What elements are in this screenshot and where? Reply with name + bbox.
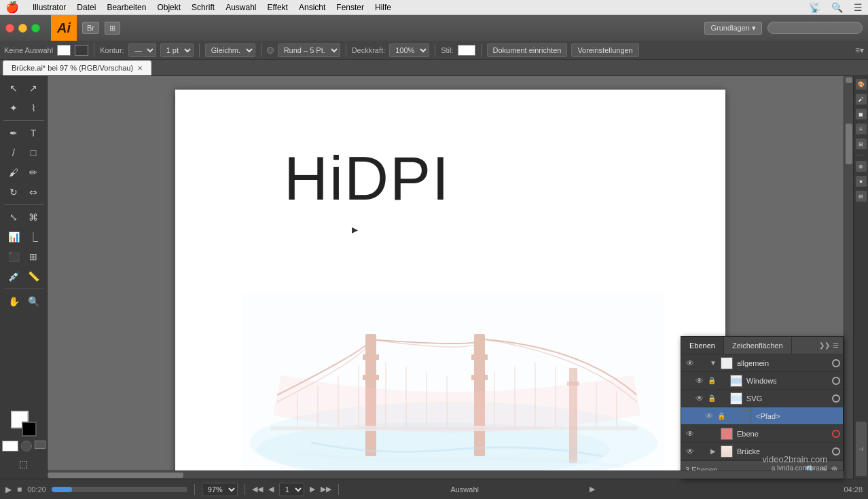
lock-icon-pfad[interactable]: 🔒 xyxy=(717,412,726,420)
minimize-button[interactable] xyxy=(18,24,27,33)
color-windows[interactable] xyxy=(832,377,840,385)
change-mode[interactable] xyxy=(35,441,46,449)
color-pfad[interactable] xyxy=(832,412,840,420)
extra-options-icon[interactable]: ≡▾ xyxy=(855,45,864,55)
normal-mode[interactable] xyxy=(2,441,18,451)
paint-brush-tool[interactable]: 🖌 xyxy=(4,163,23,182)
menu-fenster[interactable]: Fenster xyxy=(336,3,364,12)
lines-btn[interactable]: ⊟ xyxy=(856,191,867,202)
eye-icon-svg[interactable]: 👁 xyxy=(693,394,706,403)
zoom-select[interactable]: 97% xyxy=(202,483,238,496)
lock-icon-svg[interactable]: 🔒 xyxy=(707,394,717,402)
eye-icon-allgemein[interactable]: 👁 xyxy=(684,358,696,368)
layer-row-windows[interactable]: 👁 🔒 ▶ Windows xyxy=(681,372,843,390)
mask-mode[interactable] xyxy=(21,441,32,451)
search-icon[interactable]: 🔍 xyxy=(831,2,843,13)
nav-prev[interactable]: ◀ xyxy=(268,485,274,494)
zoom-tool[interactable]: 🔍 xyxy=(24,292,43,311)
status-arrow-icon[interactable]: ▶ xyxy=(590,485,595,494)
measure-tool[interactable]: 📏 xyxy=(24,267,43,286)
stroke-width-select[interactable]: 1 pt xyxy=(160,43,194,57)
transform-panel-btn[interactable]: ⊞ xyxy=(856,138,867,149)
stroke-style-select[interactable]: Gleichm. xyxy=(205,43,255,57)
artboards-tab[interactable]: Zeichenflächen xyxy=(724,337,792,354)
scroll-thumb[interactable] xyxy=(846,124,852,164)
color-svg[interactable] xyxy=(832,394,840,403)
menu-objekt[interactable]: Objekt xyxy=(157,3,181,12)
workspace-selector[interactable]: Grundlagen ▾ xyxy=(704,22,762,35)
direct-selection-tool[interactable]: ↗ xyxy=(24,79,43,98)
text-tool[interactable]: T xyxy=(24,124,43,143)
view-toggle[interactable]: ⊞ xyxy=(105,22,120,35)
maximize-button[interactable] xyxy=(31,24,40,33)
lasso-tool[interactable]: ⌇ xyxy=(24,98,43,117)
graph-tool[interactable]: 📊 xyxy=(4,227,23,246)
document-tab[interactable]: Brücke.ai* bei 97 % (RGB/Vorschau) ✕ xyxy=(3,60,151,75)
magic-wand-tool[interactable]: ✦ xyxy=(4,98,23,117)
background-swatch[interactable] xyxy=(22,422,37,437)
menu-effekt[interactable]: Effekt xyxy=(267,3,287,12)
layers-forward-icon[interactable]: ❯❯ xyxy=(819,341,830,349)
pencil-tool[interactable]: ✏ xyxy=(24,163,43,182)
stroke-color-select[interactable]: — xyxy=(128,43,156,57)
rotate-tool[interactable]: ↻ xyxy=(4,183,23,202)
menu-hilfe[interactable]: Hilfe xyxy=(375,3,391,12)
tab-close-button[interactable]: ✕ xyxy=(137,64,143,72)
lock-icon-bruecke[interactable]: 🔒 xyxy=(698,447,707,455)
stroke-swatch[interactable] xyxy=(75,45,88,56)
eye-icon-windows[interactable]: 👁 xyxy=(693,376,706,386)
close-button[interactable] xyxy=(5,24,14,33)
eye-icon-pfad[interactable]: 👁 xyxy=(703,411,715,421)
menu-schrift[interactable]: Schrift xyxy=(192,3,215,12)
expand-ebene[interactable]: ▶ xyxy=(708,430,718,437)
hand-tool[interactable]: ✋ xyxy=(4,292,23,311)
lock-icon-windows[interactable]: 🔒 xyxy=(707,377,717,384)
layer-row-ebene[interactable]: 👁 🔒 ▶ Ebene xyxy=(681,425,843,443)
eye-icon-bruecke[interactable]: 👁 xyxy=(684,447,696,456)
fg-bg-swatches[interactable] xyxy=(11,411,37,437)
layer-row-pfad[interactable]: 👁 🔒 ▶ <Pfad> xyxy=(681,407,843,425)
layers-expand-btn[interactable]: ⊣ xyxy=(856,422,867,476)
status-progress-bar[interactable] xyxy=(52,487,187,492)
color-bruecke[interactable] xyxy=(832,447,840,456)
color-panel-btn[interactable]: 🎨 xyxy=(856,79,867,90)
layers-menu-icon[interactable]: ☰ xyxy=(833,341,839,349)
line-tool[interactable]: / xyxy=(4,143,23,162)
status-play-icon[interactable]: ▶ xyxy=(5,485,12,494)
horizontal-scrollbar[interactable] xyxy=(48,470,844,479)
pathfinder-btn[interactable]: ⊗ xyxy=(856,161,867,172)
layer-row-allgemein[interactable]: 👁 🔒 ▼ allgemein xyxy=(681,354,843,372)
align-panel-btn[interactable]: ≡ xyxy=(856,124,867,134)
menu-icon[interactable]: ☰ xyxy=(854,2,863,13)
apple-menu[interactable]: 🍎 xyxy=(5,1,19,14)
nav-next[interactable]: ▶ xyxy=(310,485,315,494)
document-setup-button[interactable]: Dokument einrichten xyxy=(487,43,568,57)
search-input[interactable] xyxy=(767,22,863,34)
opacity-select[interactable]: 100% xyxy=(389,43,429,57)
expand-bruecke[interactable]: ▶ xyxy=(708,447,718,455)
nav-next-next[interactable]: ▶▶ xyxy=(321,485,331,494)
color-allgemein[interactable] xyxy=(832,359,840,367)
page-select[interactable]: 1 xyxy=(279,483,304,496)
bridge-button[interactable]: Br xyxy=(82,22,99,34)
menu-datei[interactable]: Datei xyxy=(77,3,96,12)
lock-icon-ebene[interactable]: 🔒 xyxy=(698,430,707,437)
preferences-button[interactable]: Voreinstellungen xyxy=(571,43,638,57)
style-swatch[interactable] xyxy=(458,45,475,56)
menu-ansicht[interactable]: Ansicht xyxy=(299,3,325,12)
menu-bearbeiten[interactable]: Bearbeiten xyxy=(107,3,146,12)
gradient-tool[interactable]: ⬛ xyxy=(4,247,23,266)
lock-icon-allgemein[interactable]: 🔒 xyxy=(698,359,707,367)
expand-allgemein[interactable]: ▼ xyxy=(708,359,718,367)
vertical-scrollbar[interactable] xyxy=(844,76,853,479)
warp-tool[interactable]: ⌘ xyxy=(24,208,43,227)
scale-tool[interactable]: ⤡ xyxy=(4,208,23,227)
menu-illustrator[interactable]: Illustrator xyxy=(33,3,66,12)
expand-windows[interactable]: ▶ xyxy=(718,377,727,384)
fill-swatch[interactable] xyxy=(57,45,71,56)
expand-pfad[interactable]: ▶ xyxy=(727,412,737,420)
h-scroll-thumb[interactable] xyxy=(48,473,183,478)
shape-tool[interactable]: □ xyxy=(24,143,43,162)
mirror-tool[interactable]: ⇔ xyxy=(24,183,43,202)
artboard-tool[interactable]: ⬚ xyxy=(3,454,44,473)
